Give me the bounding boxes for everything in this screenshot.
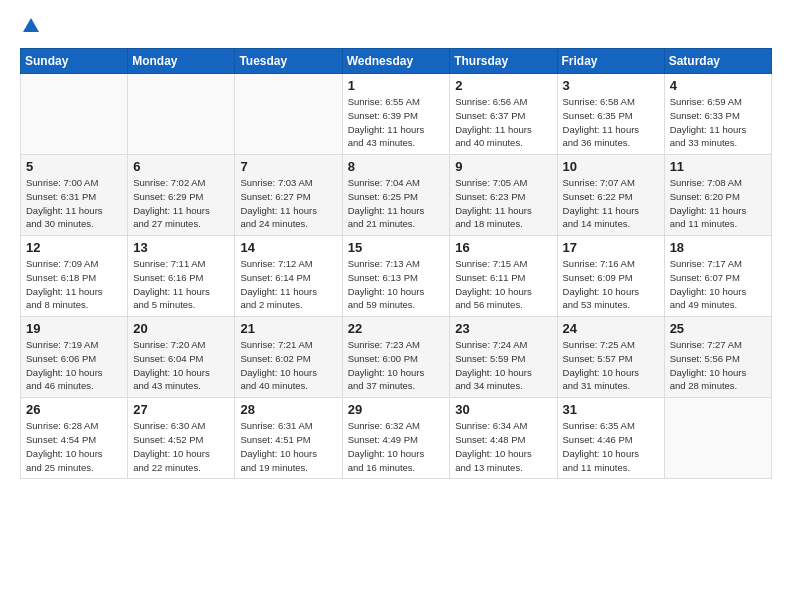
day-info: Sunrise: 7:08 AM Sunset: 6:20 PM Dayligh… bbox=[670, 176, 766, 231]
day-number: 1 bbox=[348, 78, 445, 93]
logo-triangle-icon bbox=[22, 16, 40, 34]
calendar-cell: 30Sunrise: 6:34 AM Sunset: 4:48 PM Dayli… bbox=[450, 398, 557, 479]
day-number: 7 bbox=[240, 159, 336, 174]
calendar: SundayMondayTuesdayWednesdayThursdayFrid… bbox=[20, 48, 772, 479]
weekday-header-friday: Friday bbox=[557, 49, 664, 74]
day-number: 27 bbox=[133, 402, 229, 417]
calendar-cell: 8Sunrise: 7:04 AM Sunset: 6:25 PM Daylig… bbox=[342, 155, 450, 236]
day-info: Sunrise: 6:35 AM Sunset: 4:46 PM Dayligh… bbox=[563, 419, 659, 474]
calendar-cell: 16Sunrise: 7:15 AM Sunset: 6:11 PM Dayli… bbox=[450, 236, 557, 317]
day-info: Sunrise: 7:25 AM Sunset: 5:57 PM Dayligh… bbox=[563, 338, 659, 393]
calendar-header-row: SundayMondayTuesdayWednesdayThursdayFrid… bbox=[21, 49, 772, 74]
page: SundayMondayTuesdayWednesdayThursdayFrid… bbox=[0, 0, 792, 495]
logo bbox=[20, 16, 40, 38]
calendar-cell: 14Sunrise: 7:12 AM Sunset: 6:14 PM Dayli… bbox=[235, 236, 342, 317]
calendar-cell: 11Sunrise: 7:08 AM Sunset: 6:20 PM Dayli… bbox=[664, 155, 771, 236]
day-info: Sunrise: 6:56 AM Sunset: 6:37 PM Dayligh… bbox=[455, 95, 551, 150]
header bbox=[20, 16, 772, 38]
calendar-cell bbox=[128, 74, 235, 155]
day-info: Sunrise: 6:28 AM Sunset: 4:54 PM Dayligh… bbox=[26, 419, 122, 474]
day-info: Sunrise: 7:11 AM Sunset: 6:16 PM Dayligh… bbox=[133, 257, 229, 312]
calendar-cell: 12Sunrise: 7:09 AM Sunset: 6:18 PM Dayli… bbox=[21, 236, 128, 317]
day-info: Sunrise: 7:04 AM Sunset: 6:25 PM Dayligh… bbox=[348, 176, 445, 231]
day-info: Sunrise: 7:16 AM Sunset: 6:09 PM Dayligh… bbox=[563, 257, 659, 312]
day-info: Sunrise: 7:21 AM Sunset: 6:02 PM Dayligh… bbox=[240, 338, 336, 393]
day-number: 5 bbox=[26, 159, 122, 174]
calendar-cell: 7Sunrise: 7:03 AM Sunset: 6:27 PM Daylig… bbox=[235, 155, 342, 236]
calendar-week-row: 19Sunrise: 7:19 AM Sunset: 6:06 PM Dayli… bbox=[21, 317, 772, 398]
calendar-cell: 1Sunrise: 6:55 AM Sunset: 6:39 PM Daylig… bbox=[342, 74, 450, 155]
calendar-week-row: 12Sunrise: 7:09 AM Sunset: 6:18 PM Dayli… bbox=[21, 236, 772, 317]
day-info: Sunrise: 7:02 AM Sunset: 6:29 PM Dayligh… bbox=[133, 176, 229, 231]
day-number: 20 bbox=[133, 321, 229, 336]
day-number: 12 bbox=[26, 240, 122, 255]
calendar-cell: 9Sunrise: 7:05 AM Sunset: 6:23 PM Daylig… bbox=[450, 155, 557, 236]
day-info: Sunrise: 6:30 AM Sunset: 4:52 PM Dayligh… bbox=[133, 419, 229, 474]
day-info: Sunrise: 6:59 AM Sunset: 6:33 PM Dayligh… bbox=[670, 95, 766, 150]
calendar-cell: 26Sunrise: 6:28 AM Sunset: 4:54 PM Dayli… bbox=[21, 398, 128, 479]
day-info: Sunrise: 7:13 AM Sunset: 6:13 PM Dayligh… bbox=[348, 257, 445, 312]
day-info: Sunrise: 6:34 AM Sunset: 4:48 PM Dayligh… bbox=[455, 419, 551, 474]
calendar-cell: 13Sunrise: 7:11 AM Sunset: 6:16 PM Dayli… bbox=[128, 236, 235, 317]
day-info: Sunrise: 6:31 AM Sunset: 4:51 PM Dayligh… bbox=[240, 419, 336, 474]
calendar-week-row: 26Sunrise: 6:28 AM Sunset: 4:54 PM Dayli… bbox=[21, 398, 772, 479]
calendar-cell: 6Sunrise: 7:02 AM Sunset: 6:29 PM Daylig… bbox=[128, 155, 235, 236]
weekday-header-saturday: Saturday bbox=[664, 49, 771, 74]
day-info: Sunrise: 7:03 AM Sunset: 6:27 PM Dayligh… bbox=[240, 176, 336, 231]
day-number: 16 bbox=[455, 240, 551, 255]
day-number: 22 bbox=[348, 321, 445, 336]
calendar-cell: 4Sunrise: 6:59 AM Sunset: 6:33 PM Daylig… bbox=[664, 74, 771, 155]
calendar-cell: 29Sunrise: 6:32 AM Sunset: 4:49 PM Dayli… bbox=[342, 398, 450, 479]
day-number: 31 bbox=[563, 402, 659, 417]
calendar-cell: 10Sunrise: 7:07 AM Sunset: 6:22 PM Dayli… bbox=[557, 155, 664, 236]
day-info: Sunrise: 7:15 AM Sunset: 6:11 PM Dayligh… bbox=[455, 257, 551, 312]
calendar-cell: 22Sunrise: 7:23 AM Sunset: 6:00 PM Dayli… bbox=[342, 317, 450, 398]
day-number: 26 bbox=[26, 402, 122, 417]
weekday-header-monday: Monday bbox=[128, 49, 235, 74]
day-number: 25 bbox=[670, 321, 766, 336]
day-info: Sunrise: 7:20 AM Sunset: 6:04 PM Dayligh… bbox=[133, 338, 229, 393]
day-number: 2 bbox=[455, 78, 551, 93]
day-info: Sunrise: 7:07 AM Sunset: 6:22 PM Dayligh… bbox=[563, 176, 659, 231]
calendar-cell: 23Sunrise: 7:24 AM Sunset: 5:59 PM Dayli… bbox=[450, 317, 557, 398]
calendar-cell bbox=[235, 74, 342, 155]
calendar-cell: 28Sunrise: 6:31 AM Sunset: 4:51 PM Dayli… bbox=[235, 398, 342, 479]
calendar-cell: 27Sunrise: 6:30 AM Sunset: 4:52 PM Dayli… bbox=[128, 398, 235, 479]
day-info: Sunrise: 6:32 AM Sunset: 4:49 PM Dayligh… bbox=[348, 419, 445, 474]
day-number: 8 bbox=[348, 159, 445, 174]
day-number: 24 bbox=[563, 321, 659, 336]
calendar-cell: 21Sunrise: 7:21 AM Sunset: 6:02 PM Dayli… bbox=[235, 317, 342, 398]
svg-marker-0 bbox=[23, 18, 39, 32]
day-number: 21 bbox=[240, 321, 336, 336]
day-info: Sunrise: 7:24 AM Sunset: 5:59 PM Dayligh… bbox=[455, 338, 551, 393]
day-number: 15 bbox=[348, 240, 445, 255]
day-info: Sunrise: 6:58 AM Sunset: 6:35 PM Dayligh… bbox=[563, 95, 659, 150]
calendar-cell: 20Sunrise: 7:20 AM Sunset: 6:04 PM Dayli… bbox=[128, 317, 235, 398]
calendar-cell: 17Sunrise: 7:16 AM Sunset: 6:09 PM Dayli… bbox=[557, 236, 664, 317]
day-number: 11 bbox=[670, 159, 766, 174]
day-info: Sunrise: 7:17 AM Sunset: 6:07 PM Dayligh… bbox=[670, 257, 766, 312]
day-info: Sunrise: 7:00 AM Sunset: 6:31 PM Dayligh… bbox=[26, 176, 122, 231]
calendar-cell bbox=[21, 74, 128, 155]
calendar-cell: 15Sunrise: 7:13 AM Sunset: 6:13 PM Dayli… bbox=[342, 236, 450, 317]
weekday-header-thursday: Thursday bbox=[450, 49, 557, 74]
day-number: 19 bbox=[26, 321, 122, 336]
day-number: 14 bbox=[240, 240, 336, 255]
day-number: 29 bbox=[348, 402, 445, 417]
day-number: 10 bbox=[563, 159, 659, 174]
calendar-cell: 3Sunrise: 6:58 AM Sunset: 6:35 PM Daylig… bbox=[557, 74, 664, 155]
day-info: Sunrise: 7:05 AM Sunset: 6:23 PM Dayligh… bbox=[455, 176, 551, 231]
weekday-header-sunday: Sunday bbox=[21, 49, 128, 74]
calendar-cell: 2Sunrise: 6:56 AM Sunset: 6:37 PM Daylig… bbox=[450, 74, 557, 155]
day-number: 6 bbox=[133, 159, 229, 174]
day-number: 30 bbox=[455, 402, 551, 417]
calendar-cell: 5Sunrise: 7:00 AM Sunset: 6:31 PM Daylig… bbox=[21, 155, 128, 236]
calendar-week-row: 5Sunrise: 7:00 AM Sunset: 6:31 PM Daylig… bbox=[21, 155, 772, 236]
day-number: 17 bbox=[563, 240, 659, 255]
day-number: 13 bbox=[133, 240, 229, 255]
day-number: 9 bbox=[455, 159, 551, 174]
weekday-header-tuesday: Tuesday bbox=[235, 49, 342, 74]
calendar-week-row: 1Sunrise: 6:55 AM Sunset: 6:39 PM Daylig… bbox=[21, 74, 772, 155]
calendar-cell bbox=[664, 398, 771, 479]
day-number: 4 bbox=[670, 78, 766, 93]
